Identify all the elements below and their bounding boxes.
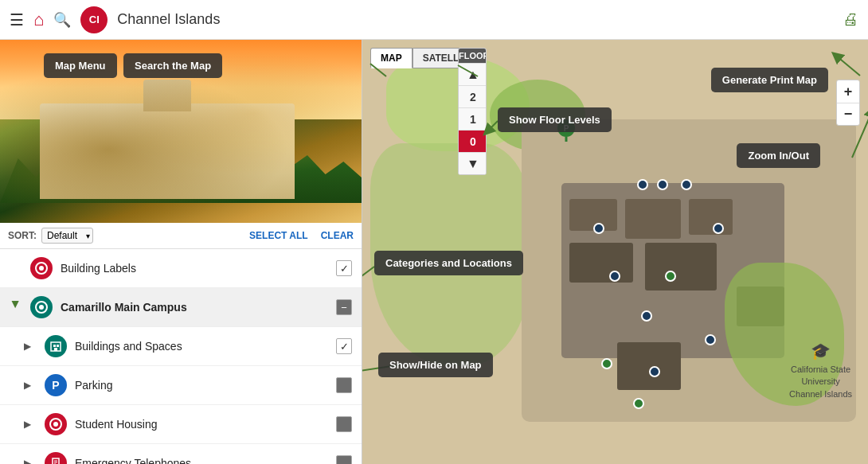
floor-controls: FLOOR ▲ 2 1 0 ▼ (458, 48, 487, 175)
expand-icon[interactable]: ▶ (24, 341, 37, 352)
item-icon-building-labels (30, 257, 53, 279)
csu-label: 🎓 California State University Channel Is… (789, 340, 852, 400)
left-panel: SORT: Default SELECT ALL CLEAR ▶ Buildin… (0, 40, 362, 464)
item-icon-parking: P (45, 374, 67, 396)
item-label-housing: Student Housing (75, 418, 328, 431)
svg-rect-7 (54, 348, 57, 351)
list-item[interactable]: ▶ Emergency Telephones (0, 444, 362, 464)
map-marker[interactable] (681, 179, 692, 190)
svg-rect-6 (57, 345, 59, 347)
map-marker[interactable] (641, 310, 652, 322)
item-label-camarillo: Camarillo Main Campus (61, 301, 328, 314)
menu-icon[interactable]: ☰ (10, 10, 24, 29)
map-marker-green[interactable] (601, 358, 612, 369)
item-checkbox-building-labels[interactable]: ✓ (336, 260, 352, 276)
floor-label: FLOOR (459, 49, 486, 63)
main-layout: SORT: Default SELECT ALL CLEAR ▶ Buildin… (0, 40, 868, 464)
list-item[interactable]: ▶ Building Labels ✓ (0, 249, 362, 288)
floor-down-button[interactable]: ▼ (459, 152, 487, 174)
expand-icon[interactable]: ▶ (24, 380, 37, 391)
expand-icon[interactable]: ▶ (24, 419, 37, 430)
item-label-parking: Parking (75, 379, 328, 392)
item-icon-camarillo (30, 296, 53, 318)
map-marker[interactable] (713, 223, 724, 234)
item-icon-buildings (45, 335, 67, 357)
floor-1[interactable]: 1 (459, 107, 487, 130)
map-building (689, 199, 733, 235)
sort-bar: SORT: Default SELECT ALL CLEAR (0, 223, 362, 249)
map-green-zone (370, 143, 530, 366)
expand-icon[interactable]: ▶ (10, 301, 22, 314)
tab-map[interactable]: MAP (370, 48, 412, 68)
svg-rect-5 (53, 345, 56, 347)
svg-text:P: P (564, 124, 569, 133)
item-label-buildings: Buildings and Spaces (75, 340, 328, 353)
zoom-controls: + − (836, 80, 860, 126)
csu-line1: California State (789, 364, 852, 376)
map-marker[interactable] (657, 179, 668, 190)
floor-0[interactable]: 0 (459, 130, 487, 152)
map-marker-green[interactable] (665, 271, 676, 282)
graduation-icon: 🎓 (789, 340, 852, 362)
map-marker[interactable] (705, 334, 716, 345)
map-marker-green[interactable] (633, 398, 644, 409)
zoom-out-button[interactable]: − (837, 103, 859, 125)
item-label-emergency: Emergency Telephones (75, 457, 328, 464)
logo-circle[interactable]: CI (80, 6, 108, 33)
category-list: ▶ Building Labels ✓ ▶ Camarillo Main Cam… (0, 249, 362, 464)
map-panel[interactable]: P MAP SATELLITE FLOOR ▲ 2 1 0 ▼ + − Gene… (362, 40, 868, 464)
item-checkbox-emergency[interactable] (336, 455, 352, 464)
logo-text: CI (89, 14, 100, 25)
page-title: Channel Islands (117, 11, 833, 28)
home-icon[interactable]: ⌂ (33, 10, 44, 30)
sort-select[interactable]: Default (41, 228, 93, 244)
csu-line3: Channel Islands (789, 388, 852, 400)
expand-icon[interactable]: ▶ (24, 458, 37, 464)
list-item[interactable]: ▶ Buildings and Spaces ✓ (0, 327, 362, 366)
svg-point-3 (39, 305, 44, 310)
item-label-building-labels: Building Labels (61, 262, 328, 275)
map-building (645, 243, 717, 290)
item-checkbox-buildings[interactable]: ✓ (336, 338, 352, 354)
list-item[interactable]: ▶ Student Housing (0, 405, 362, 444)
map-building (569, 243, 633, 283)
map-marker[interactable] (609, 271, 620, 282)
map-marker[interactable] (593, 223, 604, 234)
location-pin[interactable]: P (557, 119, 575, 142)
floor-up-button[interactable]: ▲ (459, 63, 487, 85)
clear-button[interactable]: CLEAR (321, 230, 354, 241)
list-item[interactable]: ▶ Camarillo Main Campus − (0, 288, 362, 327)
map-background: P (362, 40, 868, 464)
print-icon[interactable]: 🖨 (843, 10, 858, 29)
svg-point-9 (53, 422, 58, 427)
svg-point-1 (39, 266, 44, 271)
item-checkbox-housing[interactable] (336, 416, 352, 432)
item-checkbox-parking[interactable] (336, 377, 352, 393)
floor-2[interactable]: 2 (459, 85, 487, 107)
sort-select-wrap[interactable]: Default (41, 228, 93, 244)
map-building (617, 342, 681, 390)
campus-image (0, 40, 362, 223)
item-checkbox-camarillo[interactable]: − (336, 299, 352, 315)
search-icon[interactable]: 🔍 (53, 11, 71, 29)
zoom-in-button[interactable]: + (837, 80, 859, 103)
item-icon-emergency (45, 452, 67, 464)
item-icon-housing (45, 413, 67, 435)
header: ☰ ⌂ 🔍 CI Channel Islands 🖨 (0, 0, 868, 40)
select-all-button[interactable]: SELECT ALL (249, 230, 308, 241)
csu-line2: University (789, 376, 852, 388)
list-item[interactable]: ▶ P Parking (0, 366, 362, 405)
map-marker[interactable] (649, 366, 660, 377)
map-marker[interactable] (637, 179, 648, 190)
sort-label: SORT: (8, 230, 37, 241)
map-building (625, 199, 681, 239)
